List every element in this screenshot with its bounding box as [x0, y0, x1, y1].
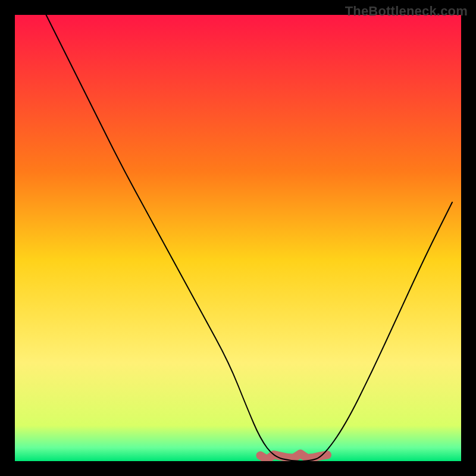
- watermark-text: TheBottleneck.com: [345, 4, 468, 19]
- chart-stage: TheBottleneck.com: [0, 0, 476, 476]
- heatmap-background: [15, 15, 461, 461]
- chart-svg: [15, 15, 461, 461]
- plot-area: [15, 15, 461, 461]
